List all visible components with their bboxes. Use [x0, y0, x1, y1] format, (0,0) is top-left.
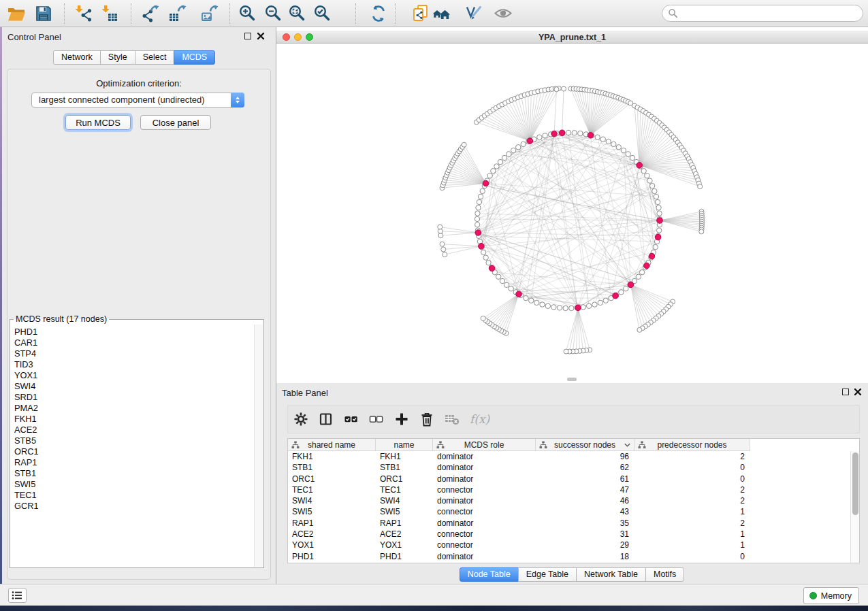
table-row[interactable]: STB1STB1dominator620 — [288, 462, 850, 473]
cell-role[interactable]: dominator — [433, 495, 536, 506]
import-network-button[interactable] — [72, 3, 94, 24]
cell-successors[interactable]: 62 — [536, 462, 634, 473]
columns-icon[interactable] — [319, 412, 334, 427]
cell-role[interactable]: connector — [433, 540, 536, 550]
cell-predecessors[interactable]: 0 — [634, 474, 750, 484]
zoom-fit-button[interactable] — [287, 3, 308, 24]
result-node[interactable]: STP4 — [14, 348, 253, 359]
result-node[interactable]: RAP1 — [14, 457, 253, 468]
zoom-selected-button[interactable] — [312, 3, 334, 24]
scrollbar-thumb[interactable] — [852, 452, 858, 515]
select-all-icon[interactable] — [344, 412, 359, 427]
close-panel-icon[interactable] — [257, 32, 265, 40]
export-image-button[interactable] — [199, 3, 221, 24]
result-node[interactable]: TID3 — [14, 359, 253, 370]
result-node[interactable]: YOX1 — [14, 370, 253, 381]
cell-shared_name[interactable]: ACE2 — [288, 529, 376, 540]
float-table-panel-icon[interactable] — [842, 389, 849, 395]
cell-shared_name[interactable]: SWI5 — [288, 506, 376, 517]
cell-shared_name[interactable]: FKH1 — [288, 451, 376, 462]
cell-successors[interactable]: 18 — [536, 551, 634, 562]
result-node[interactable]: PHD1 — [14, 327, 253, 337]
open-file-button[interactable] — [5, 3, 27, 24]
network-overview-button[interactable] — [431, 3, 453, 24]
tab-network[interactable]: Network — [53, 50, 101, 65]
deselect-all-icon[interactable] — [369, 412, 384, 427]
cell-shared_name[interactable]: PHD1 — [288, 551, 376, 562]
cell-successors[interactable]: 29 — [536, 540, 634, 550]
result-node[interactable]: STB5 — [14, 435, 253, 446]
column-header-MCDS-role[interactable]: MCDS role — [433, 439, 536, 451]
annotation-mode-button[interactable] — [462, 3, 484, 24]
cell-predecessors[interactable]: 1 — [634, 529, 750, 540]
cell-predecessors[interactable]: 2 — [634, 495, 750, 506]
float-panel-icon[interactable] — [244, 33, 251, 39]
cell-shared_name[interactable]: YOX1 — [288, 540, 376, 550]
horizontal-scrollbar[interactable] — [567, 378, 577, 381]
column-header-predecessor-nodes[interactable]: predecessor nodes — [634, 439, 750, 451]
cell-shared_name[interactable]: STB1 — [288, 462, 376, 473]
cell-successors[interactable]: 46 — [536, 495, 634, 506]
run-mcds-button[interactable]: Run MCDS — [65, 115, 131, 130]
import-table-button[interactable] — [99, 3, 120, 24]
table-scrollbar[interactable] — [850, 451, 859, 563]
cell-name[interactable]: YOX1 — [376, 540, 433, 550]
tab-mcds[interactable]: MCDS — [174, 50, 215, 65]
delete-icon[interactable] — [419, 412, 434, 427]
cell-predecessors[interactable]: 2 — [634, 518, 750, 529]
show-graphics-button[interactable] — [492, 3, 514, 24]
zoom-in-button[interactable] — [237, 3, 259, 24]
column-header-successor-nodes[interactable]: successor nodes — [536, 439, 634, 451]
close-panel-button[interactable]: Close panel — [140, 115, 211, 130]
cell-role[interactable]: dominator — [433, 551, 536, 562]
table-row[interactable]: PHD1PHD1dominator180 — [288, 551, 850, 562]
cell-predecessors[interactable]: 2 — [634, 451, 750, 462]
cell-role[interactable]: dominator — [433, 474, 536, 484]
export-network-button[interactable] — [140, 3, 161, 24]
column-header-name[interactable]: name — [376, 439, 433, 451]
search-input[interactable] — [681, 9, 857, 18]
result-node[interactable]: ACE2 — [14, 425, 253, 435]
result-node[interactable]: SRD1 — [14, 392, 253, 403]
tab-node-table[interactable]: Node Table — [460, 567, 519, 582]
cell-role[interactable]: dominator — [433, 451, 536, 462]
cell-predecessors[interactable]: 0 — [634, 462, 750, 473]
result-node[interactable]: SWI5 — [14, 479, 253, 490]
add-icon[interactable] — [394, 412, 409, 427]
table-row[interactable]: ORC1ORC1dominator610 — [288, 474, 850, 484]
share-document-button[interactable] — [410, 3, 432, 24]
table-row[interactable]: RAP1RAP1dominator352 — [288, 518, 850, 529]
table-row[interactable]: FKH1FKH1dominator962 — [288, 451, 850, 462]
cell-role[interactable]: dominator — [433, 518, 536, 529]
cell-predecessors[interactable]: 0 — [634, 551, 750, 562]
close-table-panel-icon[interactable] — [854, 388, 862, 396]
cell-role[interactable]: connector — [433, 484, 536, 495]
table-row[interactable]: YOX1YOX1connector291 — [288, 540, 850, 550]
cell-name[interactable]: ORC1 — [376, 474, 433, 484]
cell-successors[interactable]: 35 — [536, 518, 634, 529]
table-row[interactable]: SWI5SWI5connector431 — [288, 506, 850, 517]
save-session-button[interactable] — [33, 3, 54, 24]
criterion-select[interactable]: largest connected component (undirected) — [31, 93, 244, 108]
tab-edge-table[interactable]: Edge Table — [518, 567, 577, 582]
cell-name[interactable]: STB1 — [376, 462, 433, 473]
result-node[interactable]: SWI4 — [14, 381, 253, 392]
zoom-out-button[interactable] — [263, 3, 285, 24]
cell-predecessors[interactable]: 1 — [634, 506, 750, 517]
cell-name[interactable]: PHD1 — [376, 551, 433, 562]
cell-shared_name[interactable]: ORC1 — [288, 474, 376, 484]
gear-icon[interactable] — [293, 412, 308, 427]
cell-shared_name[interactable]: TEC1 — [288, 484, 376, 495]
result-node[interactable]: CAR1 — [14, 337, 253, 348]
memory-button[interactable]: Memory — [803, 587, 859, 604]
result-node[interactable]: ORC1 — [14, 446, 253, 457]
cell-role[interactable]: connector — [433, 529, 536, 540]
network-graph[interactable] — [276, 44, 868, 383]
cell-name[interactable]: SWI5 — [376, 506, 433, 517]
cell-role[interactable]: dominator — [433, 462, 536, 473]
table-row[interactable]: ACE2ACE2connector311 — [288, 529, 850, 540]
cell-name[interactable]: SWI4 — [376, 495, 433, 506]
cell-successors[interactable]: 31 — [536, 529, 634, 540]
tab-network-table[interactable]: Network Table — [576, 567, 646, 582]
cell-role[interactable]: connector — [433, 506, 536, 517]
